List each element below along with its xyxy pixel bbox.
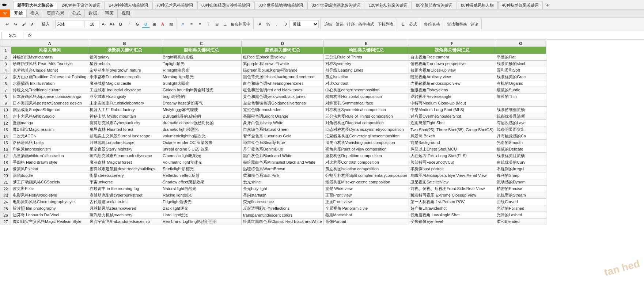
cell-14e[interactable]: 汇聚线条构图Converginglinescomposition [323, 133, 409, 140]
bold-button[interactable]: B [117, 20, 125, 28]
align-top-button[interactable]: ⊤ [204, 20, 212, 28]
cell-23d[interactable]: 星闪starflash [242, 192, 323, 199]
cell-20a[interactable]: 涂鸦doodle [11, 172, 88, 179]
cell-16a[interactable]: 印象派Impressionism [11, 146, 88, 153]
cell-18f[interactable]: 脸部特写FaceShot(VCu) [409, 159, 495, 166]
cell-8e[interactable]: 横向构图Horizontal composition [323, 94, 409, 100]
sum-button[interactable]: Σ [399, 20, 407, 28]
cell-19d[interactable]: 温暖棕色系WarmBrown [242, 166, 323, 172]
cell-17e[interactable]: 重复构图Repetition composition [323, 153, 409, 159]
spreadsheet-wrapper[interactable]: A B C D E F G 1 风格关键词 场景类关键词汇总 照明类关键词汇总 … [0, 40, 644, 281]
quick-tab-4[interactable]: 88种山海经远古神兽关键词 [197, 1, 254, 9]
cell-17d[interactable]: 黑白灰色系Black and White [242, 153, 323, 159]
cell-reference-input[interactable] [1, 32, 23, 39]
cell-10f[interactable]: 中景Medium Long Shot (MLS) [409, 107, 495, 113]
col-header-b[interactable]: B [88, 40, 161, 47]
cell-15f[interactable]: 前景Background [409, 140, 495, 146]
quick-tab-6[interactable]: 88个世界级地标建筑关键词 [307, 1, 364, 9]
cell-7c[interactable]: Golden hour light黄金时段光 [161, 87, 242, 94]
quick-tab-1[interactable]: 240种神子设计关键词 [58, 1, 105, 9]
thousands-button[interactable]: , [273, 20, 281, 28]
cell-6f[interactable]: 内视镜视角Endoscopic view [409, 80, 495, 87]
cell-13e[interactable]: 动态对称构图Dynamicsymmetrycomposition [323, 126, 409, 133]
cell-14b[interactable]: 超现实主义风景Surreal landscape [88, 133, 161, 140]
cell-7e[interactable]: 中心构图centerthecomposition [323, 87, 409, 94]
cell-4a[interactable]: 克劳德莫奈Claude Monet [11, 67, 88, 74]
cell-27c[interactable]: Rembrand Lighting伦勃朗照明 [161, 218, 242, 225]
cell-5b[interactable]: 未来都市Futuristicmetropolis [88, 74, 161, 80]
strikethrough-button[interactable]: S [133, 20, 141, 28]
font-name-input[interactable] [55, 20, 84, 28]
formula-input[interactable] [34, 32, 643, 39]
cell-14f[interactable]: 风景照 Bokeh [409, 133, 495, 140]
cell-18b[interactable]: 魔法森林 Magical forest [88, 159, 161, 166]
cell-8f[interactable]: 逆转视图Reverseangle [409, 94, 495, 100]
cell-1g[interactable] [495, 47, 546, 54]
sort-button[interactable]: 排序 [345, 20, 356, 28]
cell-21e[interactable]: 场景构图Mise-en-scene composition [323, 179, 409, 186]
tab-review[interactable]: 审阅 [101, 10, 118, 18]
cell-19c[interactable]: Studiolight影棚光 [161, 166, 242, 172]
cell-25d[interactable]: 反射透明彩虹色reflections [242, 205, 323, 212]
cell-13g[interactable]: 线条明显而突出 [495, 126, 546, 133]
cell-25c[interactable]: Back light逆光 [161, 205, 242, 212]
merge-center-button[interactable]: ⊞合并居中 [230, 20, 252, 28]
cell-8b[interactable]: 浮空城市Floatingcity [88, 94, 161, 100]
cell-15b[interactable]: 月球地貌Lunarlandscape [88, 140, 161, 146]
cell-1b[interactable]: 场景类关键词汇总 [88, 47, 161, 54]
cell-3c[interactable]: Toplight顶光 [161, 61, 242, 67]
quick-tab-2[interactable]: 240种神话人物关键词 [105, 1, 152, 9]
cell-16f[interactable]: 胸部以上Chest Shot(MCU [409, 146, 495, 153]
cell-13b[interactable]: 鬼屋森林 Haunted forest [88, 126, 161, 133]
cell-4e[interactable]: 引导线 Leading Lines [323, 67, 409, 74]
cell-6d[interactable]: 白色和绿色调whiteandgreentones [242, 80, 323, 87]
quick-tab-9[interactable]: 88种漫威风格人物 [457, 1, 497, 9]
cell-15a[interactable]: 洛丽塔风格 Lolita [11, 140, 88, 146]
tab-start[interactable]: 开始 [10, 10, 27, 18]
cell-18e[interactable]: 对比构图Contrast composition [323, 159, 409, 166]
cell-1a[interactable]: 风格关键词 [11, 47, 88, 54]
col-header-c[interactable]: C [161, 40, 242, 47]
cell-12g[interactable]: 有层次感的Laye [495, 120, 546, 126]
cell-17g[interactable]: 线条优美且流畅 [495, 153, 546, 159]
cell-8d[interactable]: 黄色和黑色调yellowandblack tones [242, 94, 323, 100]
cell-5g[interactable]: 线条优美的Grac [495, 74, 546, 80]
cell-20d[interactable]: 柔和粉色系Soft Pink [242, 172, 323, 179]
cell-9f[interactable]: 中特写Medium Close-Up (Mcu) [409, 100, 495, 107]
format-dropdown[interactable]: 常规 数字 货币 文本 [289, 20, 319, 28]
cell-13a[interactable]: 魔幻现实Magic realism [11, 126, 88, 133]
cell-3g[interactable]: 线条流畅的sleel [495, 61, 546, 67]
underline-button[interactable]: U [142, 20, 150, 28]
cell-1d[interactable]: 颜色类关键词汇总 [242, 47, 323, 54]
cell-12e[interactable]: 对角线构图Diagonal composition [323, 120, 409, 126]
cell-19e[interactable]: 孤立构图Isolation composition [323, 166, 409, 172]
cell-3a[interactable]: 珍珠奶茶风格 Pearl Milk Tea style [11, 61, 88, 67]
font-size-increase[interactable]: A+ [108, 20, 116, 28]
quick-tab-10[interactable]: 46种炫酷效果关键词 [498, 1, 543, 9]
cell-22a[interactable]: 皮克斯Pixar [11, 186, 88, 192]
cell-24f[interactable]: 第一人称视角 1st-Person POV [409, 199, 495, 205]
cell-4g[interactable]: 圆和柔和Soft [495, 67, 546, 74]
cell-2a[interactable]: 神秘幻想Mystictantasy [11, 54, 88, 61]
cell-10g[interactable]: 线条苗细但流畅 [495, 107, 546, 113]
cell-9d[interactable]: 金金色和银色调Goldandsilvertones [242, 100, 323, 107]
cell-1e[interactable]: 构图类关键词汇总 [323, 47, 409, 54]
cell-11a[interactable]: 吉卜力风格GhibliStudio [11, 113, 88, 120]
dropdown-list-button[interactable]: 下拉列表 [376, 20, 395, 28]
cell-2e[interactable]: 三分法Rule of Thirds [323, 54, 409, 61]
formula-button[interactable]: 公式 [408, 20, 418, 28]
conditional-format-button[interactable]: 条件格式 [357, 20, 376, 28]
cell-16g[interactable]: 细腻的Delicate [495, 146, 546, 153]
col-header-a[interactable]: A [11, 40, 88, 47]
align-middle-button[interactable]: ⊟ [213, 20, 221, 28]
cell-7d[interactable]: 红色和黑色调red and black tones [242, 87, 323, 94]
cell-24e[interactable]: 正面Front view [323, 199, 409, 205]
cell-22f[interactable]: 前视、侧视、后视图Front.Side.Rear View [409, 186, 495, 192]
format-painter-button[interactable]: 🖌 [20, 20, 28, 28]
cell-23g[interactable]: 流线型的Stream [495, 192, 546, 199]
find-replace-button[interactable]: 查找和替换 [446, 20, 469, 28]
cell-5f[interactable]: 随意视角Arbitrary view [409, 74, 495, 80]
cell-17c[interactable]: Cinematic light电影光 [161, 153, 242, 159]
cell-6g[interactable]: 有机的Organic [495, 80, 546, 87]
cell-13d[interactable]: 自然绿色系Natural Green [242, 126, 323, 133]
